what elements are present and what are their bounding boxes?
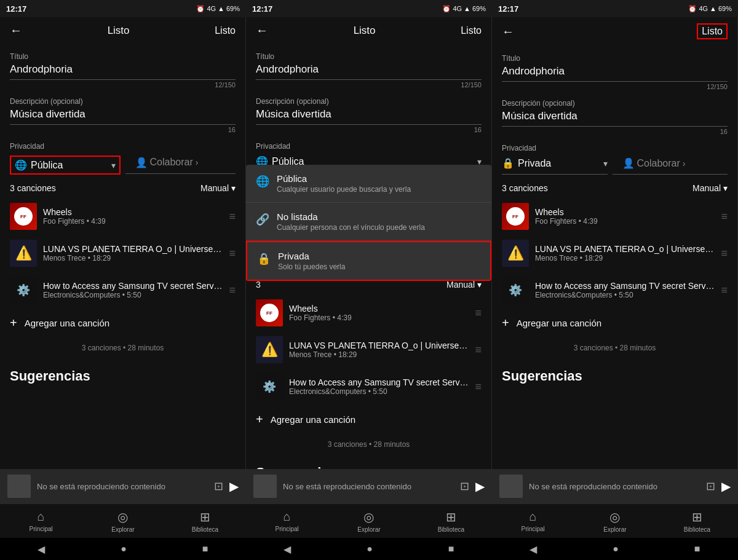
np-play-button-3[interactable]: ▶ [721, 479, 731, 494]
nav-explorar-1[interactable]: ◎ Explorar [82, 504, 164, 538]
nav-explorar-2[interactable]: ◎ Explorar [328, 504, 410, 538]
songs-sort-2[interactable]: Manual ▾ [446, 280, 482, 290]
np-play-button-2[interactable]: ▶ [475, 479, 485, 494]
explore-icon-3: ◎ [609, 510, 620, 524]
add-icon-3: + [502, 316, 509, 330]
add-text-3: Agregar una canción [517, 318, 601, 328]
desc-value-1[interactable]: Música divertida [10, 108, 236, 125]
battery-icon: 69% [226, 5, 240, 12]
song-item-3-2[interactable]: ⚠️ LUNA VS PLANETA TIERRA O_o | Universe… [492, 235, 737, 272]
dropdown-item-private[interactable]: 🔒 Privada Solo tú puedes verla [246, 241, 491, 281]
song-item-3-3[interactable]: ⚙️ How to Access any Samsung TV secret S… [492, 272, 737, 309]
network-icon3: 4G [699, 5, 708, 12]
nav-principal-1[interactable]: ⌂ Principal [0, 504, 82, 538]
title-value-3[interactable]: Androdphoria [502, 65, 728, 82]
title-value-1[interactable]: Androdphoria [10, 63, 236, 80]
android-home-2[interactable]: ● [367, 543, 373, 554]
song-item-1-3[interactable]: ⚙️ How to Access any Samsung TV secret S… [0, 272, 245, 309]
privacy-dropdown-3[interactable]: 🔒 Privada ▾ [502, 157, 608, 175]
drag-handle-1-1[interactable]: ≡ [229, 210, 236, 223]
nav-biblioteca-1[interactable]: ⊞ Biblioteca [164, 504, 246, 538]
dropdown-public-text: Pública Cualquier usuario puede buscarla… [277, 173, 411, 194]
songs-sort-1[interactable]: Manual ▾ [200, 183, 236, 193]
song-thumb-1-3: ⚙️ [10, 277, 37, 304]
privacy-icon-1: 🌐 [15, 159, 27, 171]
nav-principal-2[interactable]: ⌂ Principal [246, 504, 328, 538]
android-recent-1[interactable]: ■ [202, 543, 208, 554]
nav-biblioteca-2[interactable]: ⊞ Biblioteca [410, 504, 492, 538]
drag-handle-3-2[interactable]: ≡ [721, 247, 728, 260]
add-song-row-2[interactable]: + Agregar una canción [246, 405, 491, 434]
songs-sort-3[interactable]: Manual ▾ [692, 183, 728, 193]
privacy-section-1: Privacidad 🌐 Pública ▾ 👤 Colaborar › [0, 142, 245, 175]
android-home-1[interactable]: ● [121, 543, 127, 554]
song-item-2-1[interactable]: FF Wheels Foo Fighters • 4:39 ≡ [246, 294, 491, 331]
song-item-3-1[interactable]: FF Wheels Foo Fighters • 4:39 ≡ [492, 198, 737, 235]
title-value-2[interactable]: Androdphoria [256, 63, 482, 80]
drag-handle-3-3[interactable]: ≡ [721, 284, 728, 297]
song-info-1-1: Wheels Foo Fighters • 4:39 [43, 207, 223, 226]
drag-handle-3-1[interactable]: ≡ [721, 210, 728, 223]
network-icon2: 4G [453, 5, 462, 12]
song-thumb-2-3: ⚙️ [256, 373, 283, 400]
desc-value-2[interactable]: Música divertida [256, 108, 482, 125]
np-cast-icon-2[interactable]: ⊡ [460, 479, 469, 493]
song-artist-2-2: Menos Trece • 18:29 [289, 350, 469, 359]
done-button-3[interactable]: Listo [697, 23, 728, 39]
form-section-3: Título Androdphoria 12/150 Descripción (… [492, 45, 737, 135]
np-cast-icon-3[interactable]: ⊡ [706, 479, 715, 493]
np-cast-icon-1[interactable]: ⊡ [214, 479, 223, 493]
android-recent-3[interactable]: ■ [694, 543, 700, 554]
dropdown-item-public[interactable]: 🌐 Pública Cualquier usuario puede buscar… [246, 165, 491, 203]
np-thumb-2 [253, 475, 277, 498]
song-item-1-1[interactable]: FF Wheels Foo Fighters • 4:39 ≡ [0, 198, 245, 235]
drag-handle-2-2[interactable]: ≡ [475, 344, 482, 357]
drag-handle-2-1[interactable]: ≡ [475, 307, 482, 320]
add-song-row-3[interactable]: + Agregar una canción [492, 309, 737, 337]
privacy-dropdown-1[interactable]: 🌐 Pública ▾ [10, 156, 121, 175]
song-item-2-2[interactable]: ⚠️ LUNA VS PLANETA TIERRA O_o | Universe… [246, 331, 491, 368]
library-label-3: Biblioteca [684, 526, 710, 533]
song-title-3-2: LUNA VS PLANETA TIERRA O_o | Universe Sa… [535, 244, 715, 254]
back-button-2[interactable]: ← [256, 23, 268, 37]
drag-handle-1-3[interactable]: ≡ [229, 284, 236, 297]
song-item-1-2[interactable]: ⚠️ LUNA VS PLANETA TIERRA O_o | Universe… [0, 235, 245, 272]
done-button-1[interactable]: Listo [215, 25, 236, 36]
add-song-row-1[interactable]: + Agregar una canción [0, 309, 245, 337]
privacy-text-3: Privada [518, 158, 600, 169]
add-text-2: Agregar una canción [271, 414, 355, 425]
explore-icon-1: ◎ [117, 510, 128, 524]
android-back-3[interactable]: ◀ [530, 543, 537, 555]
android-home-3[interactable]: ● [613, 543, 619, 554]
drag-handle-1-2[interactable]: ≡ [229, 247, 236, 260]
now-playing-3: No se está reproduciendo contenido ⊡ ▶ [492, 469, 738, 503]
drag-handle-2-3[interactable]: ≡ [475, 381, 482, 393]
android-recent-2[interactable]: ■ [448, 543, 454, 554]
panel-1: ← Listo Listo Título Androdphoria 12/150… [0, 17, 246, 469]
back-button-3[interactable]: ← [502, 25, 514, 39]
desc-value-3[interactable]: Música divertida [502, 110, 728, 127]
song-item-2-3[interactable]: ⚙️ How to Access any Samsung TV secret S… [246, 368, 491, 405]
songs-header-3: 3 canciones Manual ▾ [492, 175, 737, 198]
dropdown-item-unlisted[interactable]: 🔗 No listada Cualquier persona con el ví… [246, 203, 491, 241]
android-back-2[interactable]: ◀ [284, 543, 291, 555]
dropdown-private-icon: 🔒 [257, 252, 271, 266]
song-title-2-1: Wheels [289, 304, 469, 314]
battery-icon2: 69% [472, 5, 486, 12]
np-play-button-1[interactable]: ▶ [229, 479, 239, 494]
back-button-1[interactable]: ← [10, 23, 22, 37]
library-label-1: Biblioteca [192, 526, 218, 533]
nav-bar-3: ← Listo [492, 17, 737, 45]
collab-section-3[interactable]: 👤 Colaborar › [613, 157, 728, 175]
nav-biblioteca-3[interactable]: ⊞ Biblioteca [656, 504, 738, 538]
privacy-label-2: Privacidad [256, 142, 482, 151]
nav-explorar-3[interactable]: ◎ Explorar [574, 504, 656, 538]
explore-icon-2: ◎ [363, 510, 374, 524]
suggestions-content-1 [0, 389, 245, 469]
nav-principal-3[interactable]: ⌂ Principal [492, 504, 574, 538]
now-playing-2: No se está reproduciendo contenido ⊡ ▶ [246, 469, 492, 503]
android-back-1[interactable]: ◀ [38, 543, 45, 555]
home-icon-3: ⌂ [530, 510, 537, 524]
collab-section-1[interactable]: 👤 Colaborar › [125, 157, 236, 174]
done-button-2[interactable]: Listo [461, 25, 482, 36]
